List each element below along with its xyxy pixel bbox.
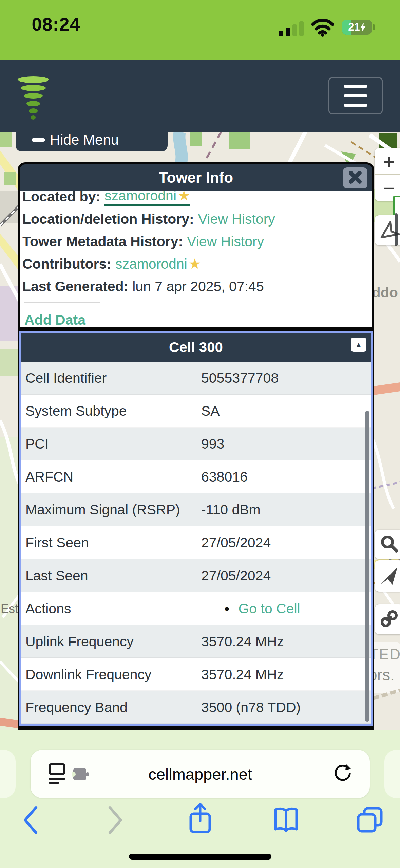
last-generated-label: Last Generated: xyxy=(22,278,128,294)
table-row: PCI 993 xyxy=(21,428,371,460)
star-icon: ★ xyxy=(178,191,190,203)
collapse-arrow-icon: ▲ xyxy=(355,340,363,349)
table-scrollbar[interactable] xyxy=(365,411,369,722)
battery-nub xyxy=(373,24,375,30)
cellmapper-logo-icon[interactable] xyxy=(16,74,50,122)
cell-section-header: Cell 300 ▲ xyxy=(21,333,371,362)
metadata-history-label: Tower Metadata History: xyxy=(22,234,183,250)
located-by-row: Located by: szamorodni★ xyxy=(22,191,372,208)
address-bar[interactable]: cellmapper.net xyxy=(31,750,370,798)
bookmarks-button[interactable] xyxy=(271,807,301,835)
close-button[interactable] xyxy=(343,167,367,188)
next-tab-peek[interactable] xyxy=(384,750,400,798)
star-icon: ★ xyxy=(189,256,201,272)
tower-info-content: Located by: szamorodni★ Location/deletio… xyxy=(20,191,372,327)
forward-button[interactable] xyxy=(106,806,125,836)
battery-percent: 21 xyxy=(348,21,360,33)
previous-tab-peek[interactable] xyxy=(0,750,16,798)
map-zoom-control: + − xyxy=(375,148,400,201)
home-indicator[interactable] xyxy=(129,854,271,860)
navigation-arrow-icon xyxy=(379,564,399,587)
table-row: System Subtype SA xyxy=(21,395,371,428)
location-history-row: Location/deletion History: View History xyxy=(22,208,372,230)
table-row: Cell Identifier 5055377708 xyxy=(21,362,371,395)
map-navigate-button[interactable] xyxy=(375,560,400,592)
link-icon xyxy=(379,609,399,630)
hamburger-menu-button[interactable] xyxy=(328,77,383,114)
hide-menu-button[interactable]: Hide Menu xyxy=(16,128,168,151)
map-label-ddo: ddo xyxy=(372,285,398,301)
safari-bottom-bar: cellmapper.net xyxy=(0,730,400,868)
table-row: First Seen 27/05/2024 xyxy=(21,526,371,559)
contributors-row: Contributors: szamorodni ★ xyxy=(22,253,372,275)
hamburger-icon xyxy=(344,85,367,88)
last-generated-value: lun 7 apr 2025, 07:45 xyxy=(132,278,264,294)
tower-info-dialog: Tower Info Located by: szamorodni★ Locat… xyxy=(18,162,374,734)
cell-table: Cell 300 ▲ Cell Identifier 5055377708 Sy… xyxy=(19,331,373,726)
table-row: Downlink Frequency 3570.24 MHz xyxy=(21,658,371,691)
last-generated-row: Last Generated: lun 7 apr 2025, 07:45 xyxy=(22,275,372,297)
battery-icon: 21 xyxy=(342,20,372,35)
reload-icon[interactable] xyxy=(333,763,352,785)
cellular-signal-icon xyxy=(279,20,305,38)
location-history-label: Location/deletion History: xyxy=(22,211,194,227)
page-scroll-indicator[interactable] xyxy=(395,213,398,246)
table-row: ARFCN 638016 xyxy=(21,460,371,493)
contributors-user-link[interactable]: szamorodni xyxy=(115,256,187,272)
collapse-button[interactable]: ▲ xyxy=(351,338,366,352)
tabs-button[interactable] xyxy=(356,806,384,835)
metadata-history-row: Tower Metadata History: View History xyxy=(22,230,372,253)
close-icon xyxy=(348,170,362,185)
map-search-button[interactable] xyxy=(375,530,400,559)
iphone-screen: ddo Sc Est TED ors. + − Hide Menu xyxy=(0,0,400,868)
location-history-link[interactable]: View History xyxy=(198,211,275,227)
search-icon xyxy=(379,534,399,555)
table-row: Last Seen 27/05/2024 xyxy=(21,559,371,592)
wifi-icon xyxy=(311,19,335,38)
hide-menu-label: Hide Menu xyxy=(50,132,119,148)
table-row-actions: Actions •Go to Cell xyxy=(21,592,371,625)
go-to-cell-link[interactable]: Go to Cell xyxy=(238,601,300,617)
metadata-history-link[interactable]: View History xyxy=(187,234,264,250)
located-by-user-link[interactable]: szamorodni★ xyxy=(104,191,190,206)
share-button[interactable] xyxy=(187,802,213,836)
url-text: cellmapper.net xyxy=(31,750,370,798)
dialog-title: Tower Info xyxy=(20,164,372,191)
status-bar: 08:24 21 xyxy=(0,0,400,60)
contributors-label: Contributors: xyxy=(22,256,111,272)
map-share-link-button[interactable] xyxy=(375,604,400,634)
add-data-link[interactable]: Add Data xyxy=(24,312,85,327)
back-button[interactable] xyxy=(21,806,40,836)
cell-section-title: Cell 300 xyxy=(21,333,371,362)
minus-icon xyxy=(32,138,45,142)
table-row: Maximum Signal (RSRP) -110 dBm xyxy=(21,493,371,526)
cellmapper-header xyxy=(0,60,400,132)
zoom-in-button[interactable]: + xyxy=(375,148,400,175)
table-row: Uplink Frequency 3570.24 MHz xyxy=(21,625,371,658)
dialog-titlebar: Tower Info xyxy=(20,164,372,191)
charging-bolt-icon xyxy=(360,23,366,32)
divider xyxy=(24,302,100,303)
clock: 08:24 xyxy=(24,14,88,35)
located-by-label: Located by: xyxy=(22,191,100,205)
bullet-icon: • xyxy=(224,600,229,617)
map-label-est: Est xyxy=(1,602,18,616)
table-row: Frequency Band 3500 (n78 TDD) xyxy=(21,691,371,724)
